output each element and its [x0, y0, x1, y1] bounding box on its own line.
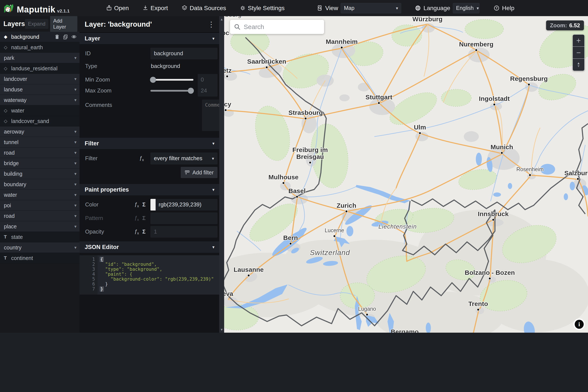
city-dot — [492, 219, 494, 221]
layer-label: park — [4, 55, 74, 61]
layer-type-icon: ◇ — [4, 45, 11, 50]
search-input[interactable] — [244, 23, 317, 30]
export-button[interactable]: Export — [142, 5, 168, 12]
id-input[interactable]: background — [150, 48, 218, 59]
layer-row-water[interactable]: ◇water — [0, 105, 79, 116]
layer-row-aeroway[interactable]: aeroway▾ — [0, 126, 79, 137]
style-settings-button[interactable]: Style Settings — [240, 5, 285, 12]
editor-scrollbar[interactable]: ▲ ▼ — [219, 16, 224, 333]
json-line-1: { — [100, 257, 219, 262]
chevron-down-icon: ▾ — [74, 87, 76, 92]
chevron-down-icon: ▾ — [74, 245, 76, 250]
layer-row-landuse[interactable]: landuse▾ — [0, 84, 79, 95]
layer-row-water[interactable]: water▾ — [0, 190, 79, 200]
layer-row-tunnel[interactable]: tunnel▾ — [0, 137, 79, 148]
city-dot — [248, 274, 250, 276]
map-search[interactable] — [230, 20, 324, 34]
map-canvas[interactable]: bourgWürzburgMannheimNurembergocSaarbrüc… — [224, 16, 588, 333]
layer-row-landuse_residential[interactable]: ◇landuse_residential — [0, 63, 79, 74]
menu-label: Style Settings — [248, 5, 285, 12]
map-info-button[interactable]: i — [573, 318, 585, 330]
layer-label: landcover — [4, 76, 74, 82]
city-dot — [577, 178, 579, 180]
map-label-liechtenstein: Liechtenstein — [378, 223, 417, 230]
layer-actions — [55, 34, 76, 39]
layer-row-state[interactable]: Tstate — [0, 232, 79, 242]
function-icon[interactable]: ƒx — [139, 155, 144, 162]
brand-name: Maputnik — [17, 5, 55, 14]
function-icon[interactable]: ƒx — [134, 201, 139, 208]
language-select[interactable]: English ▾ — [453, 3, 480, 13]
layer-row-landcover_sand[interactable]: ◇landcover_sand — [0, 116, 79, 126]
comments-textarea[interactable] — [202, 100, 219, 131]
layer-row-road[interactable]: road▾ — [0, 211, 79, 221]
pattern-input[interactable] — [150, 212, 218, 224]
brand[interactable]: Maputnik v2.1.1 — [3, 2, 70, 14]
chevron-down-icon: ▾ — [74, 192, 76, 198]
section-filter[interactable]: Filter ▾ — [79, 138, 219, 150]
sigma-icon: Σ — [142, 215, 145, 221]
add-filter-button[interactable]: Add filter — [181, 167, 218, 178]
max-zoom-slider[interactable] — [150, 85, 193, 96]
layer-row-waterway[interactable]: waterway▾ — [0, 95, 79, 105]
map-label-munich: Munich — [491, 144, 513, 151]
filter-combinator-select[interactable]: every filter matches ▾ — [150, 152, 218, 164]
trash-icon[interactable] — [55, 34, 59, 39]
layer-row-boundary[interactable]: boundary▾ — [0, 179, 79, 190]
sigma-icon[interactable]: Σ — [142, 228, 145, 235]
view-select[interactable]: Map ▾ — [341, 3, 401, 13]
data-sources-button[interactable]: Data Sources — [182, 5, 226, 12]
eye-icon[interactable] — [71, 34, 76, 39]
layer-type-icon: ◇ — [4, 66, 11, 71]
json-code[interactable]: { "id": "background", "type": "backgroun… — [98, 255, 219, 294]
max-zoom-label: Max Zoom — [79, 87, 131, 94]
sigma-icon[interactable]: Σ — [142, 202, 145, 208]
layer-row-country[interactable]: country▾ — [0, 242, 79, 253]
expand-button[interactable]: Expand — [25, 19, 48, 29]
duplicate-icon[interactable] — [63, 34, 68, 39]
zoom-out-button[interactable]: − — [573, 47, 584, 59]
layer-row-landcover[interactable]: landcover▾ — [0, 74, 79, 84]
color-input[interactable]: rgb(239,239,239) — [156, 199, 218, 210]
scroll-up-icon[interactable]: ▲ — [219, 18, 224, 21]
section-json-title: JSON Editor — [85, 244, 212, 250]
open-button[interactable]: Open — [106, 5, 129, 12]
json-editor[interactable]: 1234567 { "id": "background", "type": "b… — [79, 255, 219, 294]
layer-row-natural_earth[interactable]: ◇natural_earth — [0, 42, 79, 53]
function-icon: ƒx — [134, 215, 139, 222]
layer-row-poi[interactable]: poi▾ — [0, 200, 79, 211]
city-dot — [309, 162, 311, 164]
chevron-down-icon: ▾ — [212, 244, 215, 250]
max-zoom-input[interactable]: 24 — [198, 85, 218, 96]
function-icon[interactable]: ƒx — [134, 228, 139, 235]
city-dot — [477, 309, 479, 311]
text-layer-icon: T — [4, 234, 11, 240]
add-layer-button[interactable]: Add Layer — [50, 16, 77, 32]
min-zoom-slider[interactable] — [150, 74, 193, 86]
layer-row-building[interactable]: building▾ — [0, 168, 79, 179]
layer-row-continent[interactable]: Tcontinent — [0, 253, 79, 264]
color-swatch[interactable] — [150, 199, 156, 210]
layer-row-road[interactable]: road▾ — [0, 148, 79, 158]
layers-header: Layers Expand Add Layer — [0, 16, 79, 32]
slider-thumb[interactable] — [150, 77, 156, 83]
slider-thumb[interactable] — [188, 88, 194, 94]
section-paint[interactable]: Paint properties ▾ — [79, 184, 219, 196]
layer-label: aeroway — [4, 128, 74, 135]
layer-row-background[interactable]: ◆background — [0, 32, 79, 42]
kebab-menu-icon[interactable]: ⋮ — [208, 21, 215, 28]
filter-combinator-value: every filter matches — [154, 155, 202, 162]
help-group[interactable]: ? Help — [494, 5, 515, 12]
section-json[interactable]: JSON Editor ▾ — [79, 241, 219, 253]
city-dot — [529, 174, 531, 176]
opacity-row: Opacity ƒxΣ 1 — [79, 224, 219, 237]
layer-row-park[interactable]: park▾ — [0, 53, 79, 63]
layer-row-place[interactable]: place▾ — [0, 221, 79, 232]
zoom-in-button[interactable]: + — [573, 34, 584, 47]
scroll-down-icon[interactable]: ▼ — [219, 328, 224, 331]
min-zoom-input[interactable]: 0 — [198, 74, 218, 86]
tilt-button[interactable]: ▲▼ — [573, 59, 584, 71]
layer-row-bridge[interactable]: bridge▾ — [0, 158, 79, 168]
opacity-input[interactable]: 1 — [150, 226, 218, 238]
section-layer[interactable]: Layer ▾ — [79, 32, 219, 44]
